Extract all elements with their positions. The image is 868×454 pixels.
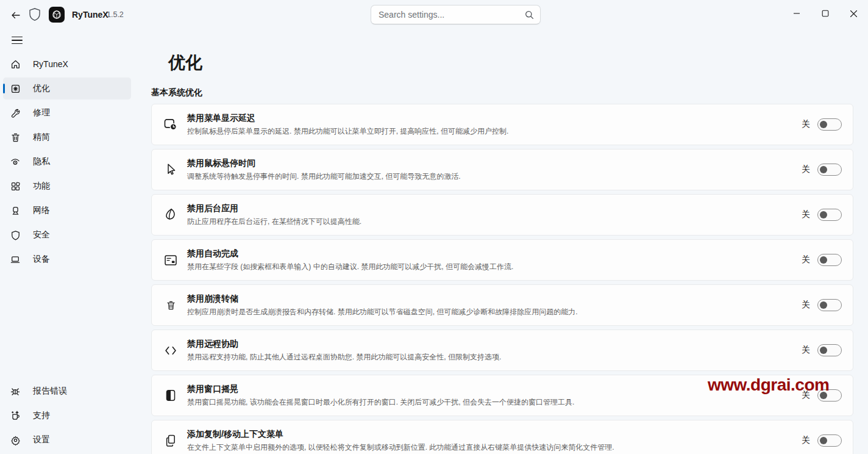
bug-icon [10, 386, 21, 397]
toggle-knob [820, 166, 827, 173]
setting-description: 禁用远程支持功能, 防止其他人通过远程桌面协助您. 禁用此功能可以提高安全性, … [187, 352, 802, 362]
sidebar-item-laptop[interactable]: 设备 [3, 248, 131, 270]
toggle-switch[interactable] [817, 209, 842, 221]
copy-icon [160, 432, 181, 449]
setting-title: 添加复制/移动上下文菜单 [187, 429, 802, 440]
toggle-switch[interactable] [817, 118, 842, 131]
sidebar-item-trash[interactable]: 精简 [3, 126, 131, 148]
cursor-icon [160, 161, 181, 178]
sidebar-item-optimize[interactable]: 优化 [3, 77, 131, 99]
toggle-switch[interactable] [817, 299, 842, 311]
eye-icon [10, 156, 21, 167]
menu-delay-icon [160, 116, 181, 133]
toggle-state-label: 关 [802, 300, 810, 311]
toggle-knob [820, 211, 827, 218]
setting-card: 禁用崩溃转储 控制应用崩溃时是否生成崩溃报告和内存转储. 禁用此功能可以节省磁盘… [151, 284, 853, 326]
sidebar-item-label: RyTuneX [33, 59, 68, 69]
sidebar-item-apps[interactable]: 功能 [3, 175, 131, 197]
section-title: 基本系统优化 [151, 87, 202, 98]
sidebar-footer-nav: 报告错误 支持 设置 [3, 380, 131, 453]
setting-description: 防止应用程序在后台运行, 在某些情况下可以提高性能. [187, 217, 802, 227]
setting-description: 控制应用崩溃时是否生成崩溃报告和内存转储. 禁用此功能可以节省磁盘空间, 但可能… [187, 307, 802, 317]
toggle-knob [820, 347, 827, 354]
setting-title: 禁用菜单显示延迟 [187, 113, 802, 124]
sidebar-item-label: 安全 [33, 229, 50, 240]
sidebar-item-shield[interactable]: 安全 [3, 224, 131, 246]
rytunex-window: { "titlebar": { "app_name": "RyTuneX", "… [0, 0, 868, 454]
setting-card: 禁用后台应用 防止应用程序在后台运行, 在某些情况下可以提高性能. 关 [151, 194, 853, 236]
shield-badge-icon [28, 7, 41, 22]
search-box[interactable] [371, 5, 541, 24]
setting-title: 禁用远程协助 [187, 339, 802, 350]
support-icon [10, 410, 21, 421]
wrench-icon [10, 107, 21, 118]
sidebar-item-bug[interactable]: 报告错误 [3, 380, 131, 402]
gear-icon [10, 434, 21, 445]
maximize-icon [822, 10, 829, 17]
sidebar-item-eye[interactable]: 隐私 [3, 151, 131, 173]
close-button[interactable] [839, 0, 868, 27]
sidebar-item-network[interactable]: 网络 [3, 200, 131, 222]
sidebar-item-label: 功能 [33, 181, 50, 192]
back-arrow-icon [11, 10, 21, 20]
toggle-switch[interactable] [817, 164, 842, 176]
toggle-knob [820, 121, 827, 128]
hamburger-menu-button[interactable] [8, 32, 26, 48]
watermark-text: www.dgrai.com [708, 375, 829, 395]
toggle-switch[interactable] [817, 344, 842, 356]
sidebar-item-label: 隐私 [33, 156, 50, 167]
minimize-button[interactable] [782, 0, 811, 27]
sidebar-item-label: 设置 [33, 434, 50, 445]
trash-icon [160, 297, 181, 314]
search-icon [525, 10, 534, 20]
sidebar-item-label: 优化 [33, 83, 50, 94]
setting-description: 禁用窗口摇晃功能, 该功能会在摇晃窗口时最小化所有打开的窗口. 关闭后可减少干扰… [187, 397, 802, 408]
setting-title: 禁用后台应用 [187, 203, 802, 214]
toggle-state-label: 关 [802, 164, 810, 175]
setting-description: 在文件上下文菜单中启用额外的选项, 以便轻松将文件复制或移动到新位置. 此功能通… [187, 442, 802, 453]
search-input[interactable] [379, 10, 525, 20]
setting-card: 禁用菜单显示延迟 控制鼠标悬停后菜单显示的延迟. 禁用此功能可以让菜单立即打开,… [151, 104, 853, 145]
sidebar-item-label: 精简 [33, 132, 50, 143]
leaf-icon [160, 206, 181, 223]
apps-icon [10, 181, 21, 192]
remote-icon [160, 342, 181, 359]
home-icon [10, 59, 21, 70]
setting-card: 禁用自动完成 禁用在某些字段 (如搜索框和表单输入) 中的自动建议. 禁用此功能… [151, 239, 853, 281]
toggle-switch[interactable] [817, 434, 842, 447]
sidebar-item-support[interactable]: 支持 [3, 405, 131, 427]
setting-card: 禁用鼠标悬停时间 调整系统等待触发悬停事件的时间. 禁用此功能可能加速交互, 但… [151, 149, 853, 190]
settings-card-list: 禁用菜单显示延迟 控制鼠标悬停后菜单显示的延迟. 禁用此功能可以让菜单立即打开,… [151, 104, 853, 454]
page-title: 优化 [168, 51, 202, 74]
titlebar: RyTuneX 1.5.2 [0, 0, 868, 29]
toggle-state-label: 关 [802, 119, 810, 130]
setting-description: 控制鼠标悬停后菜单显示的延迟. 禁用此功能可以让菜单立即打开, 提高响应性, 但… [187, 126, 802, 137]
setting-card: 禁用远程协助 禁用远程支持功能, 防止其他人通过远程桌面协助您. 禁用此功能可以… [151, 330, 853, 371]
toggle-knob [820, 301, 827, 309]
sidebar-item-home[interactable]: RyTuneX [3, 53, 131, 75]
back-button[interactable] [7, 7, 24, 23]
sidebar-item-label: 支持 [33, 410, 50, 421]
app-logo-icon [49, 7, 65, 23]
sidebar-nav: RyTuneX 优化 修理 精简 隐私 功能 网络 安全 设备 [3, 53, 131, 273]
toggle-switch[interactable] [817, 254, 842, 266]
sidebar-item-gear[interactable]: 设置 [3, 429, 131, 451]
setting-card: 添加复制/移动上下文菜单 在文件上下文菜单中启用额外的选项, 以便轻松将文件复制… [151, 420, 853, 454]
network-icon [10, 205, 21, 216]
setting-title: 禁用崩溃转储 [187, 294, 802, 304]
sidebar-item-label: 设备 [33, 254, 50, 265]
sidebar-item-wrench[interactable]: 修理 [3, 102, 131, 124]
sidebar-item-label: 网络 [33, 205, 50, 216]
maximize-button[interactable] [811, 0, 839, 27]
close-icon [850, 10, 858, 18]
toggle-knob [820, 437, 827, 444]
setting-title: 禁用鼠标悬停时间 [187, 158, 802, 169]
sidebar-item-label: 修理 [33, 107, 50, 118]
toggle-state-label: 关 [802, 254, 810, 265]
app-title: RyTuneX [72, 10, 108, 20]
window-shake-icon [160, 387, 181, 404]
form-icon [160, 251, 181, 268]
trash-icon [10, 132, 21, 143]
toggle-state-label: 关 [802, 209, 810, 220]
optimize-icon [10, 83, 21, 94]
